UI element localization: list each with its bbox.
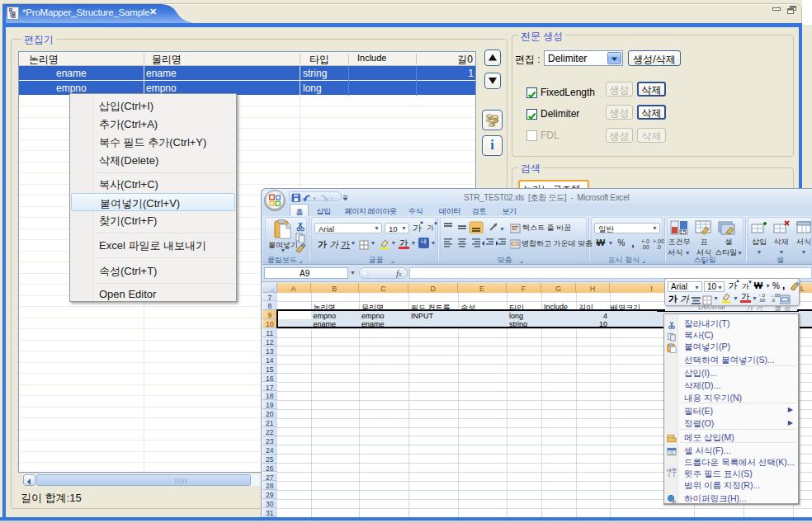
svg-text:가: 가 <box>669 450 674 455</box>
svg-text:15: 15 <box>679 229 687 236</box>
svg-text:▼: ▼ <box>499 226 505 232</box>
